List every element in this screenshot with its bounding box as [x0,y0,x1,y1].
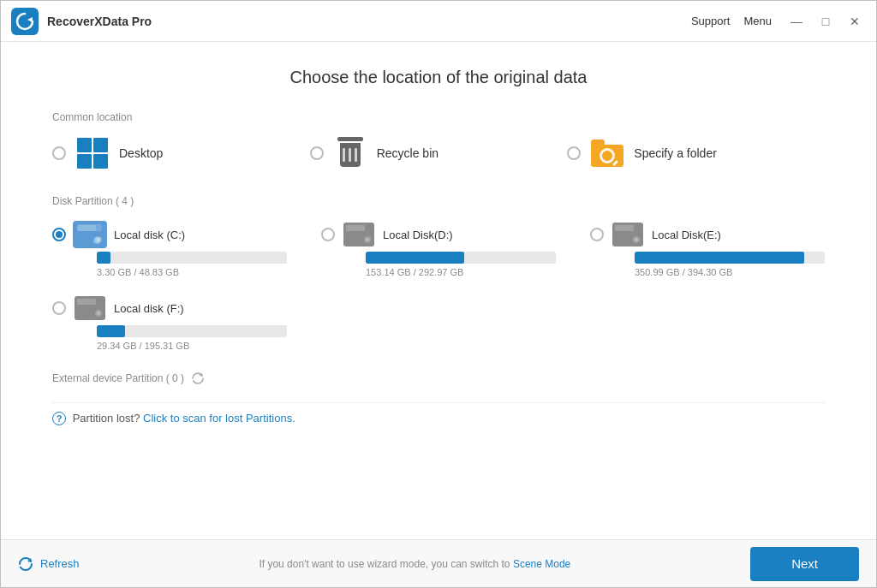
next-button[interactable]: Next [750,547,859,581]
folder-label: Specify a folder [634,146,717,160]
radio-disk-f[interactable] [52,301,66,315]
titlebar: RecoverXData Pro Support Menu — □ ✕ [1,1,876,42]
hdd-icon-f [73,294,107,322]
disk-e-name: Local Disk(E:) [652,229,721,241]
minimize-button[interactable]: — [785,10,808,33]
radio-desktop[interactable] [52,146,66,160]
recycle-icon-wrapper [332,135,368,171]
partition-lost-link[interactable]: Click to scan for lost Partitions. [143,412,295,425]
location-recycle[interactable]: Recycle bin [310,135,568,171]
disk-d-progress-bar [366,252,464,264]
radio-disk-d[interactable] [321,228,335,241]
desktop-label: Desktop [119,146,163,160]
svg-rect-2 [77,225,96,231]
footer-hint-text: If you don't want to use wizard mode, yo… [259,558,510,570]
external-label: External device Partition ( 0 ) [52,372,184,384]
disk-e[interactable]: Local Disk(E:) 350.99 GB / 394.30 GB [590,221,825,277]
disk-c-header: Local disk (C:) [52,221,287,248]
app-logo [11,8,39,35]
disk-d-name: Local Disk(D:) [383,229,453,241]
disk-c-size: 3.30 GB / 48.83 GB [97,267,287,277]
svg-rect-10 [615,225,634,231]
partition-lost-text: Partition lost? [73,412,140,425]
disk-c-progress-bar [97,252,110,264]
radio-folder[interactable] [567,146,581,160]
disk-c-progress-container [97,252,287,264]
disk-d-progress-container [366,252,556,264]
common-location-label: Common location [52,111,825,123]
svg-point-4 [97,238,100,241]
disk-e-size: 350.99 GB / 394.30 GB [635,267,825,277]
scene-mode-link[interactable]: Scene Mode [513,558,570,570]
refresh-button[interactable]: Refresh [18,556,80,572]
disk-e-header: Local Disk(E:) [590,221,825,248]
disk-f-progress-container [97,325,287,337]
menu-link[interactable]: Menu [743,15,772,27]
hdd-icon-c [73,221,107,248]
disk-f[interactable]: Local disk (F:) 29.34 GB / 195.31 GB [52,294,287,351]
desktop-icon-wrapper [75,135,110,171]
disk-d[interactable]: Local Disk(D:) 153.14 GB / 292.97 GB [321,221,556,277]
footer-center-text: If you don't want to use wizard mode, yo… [80,558,751,570]
titlebar-left: RecoverXData Pro [11,8,152,35]
svg-point-16 [97,312,100,315]
svg-point-8 [366,238,369,241]
disk-f-progress-bar [97,325,125,337]
common-locations-grid: Desktop [52,135,825,171]
app-title: RecoverXData Pro [47,15,152,28]
external-section: External device Partition ( 0 ) [52,371,825,385]
svg-marker-0 [27,17,33,22]
disk-f-size: 29.34 GB / 195.31 GB [97,341,287,351]
hdd-svg-e [611,221,645,248]
recycle-label: Recycle bin [377,146,438,160]
partition-lost-section: ? Partition lost? Click to scan for lost… [52,402,825,425]
hdd-svg-f [73,294,107,322]
windows-icon [77,138,108,169]
disk-f-name: Local disk (F:) [114,302,184,315]
page-title: Choose the location of the original data [52,68,825,87]
disk-partition-label: Disk Partition ( 4 ) [52,195,825,207]
folder-icon-wrapper [589,135,625,171]
disk-e-progress-bar [635,252,804,264]
close-button[interactable]: ✕ [844,10,866,33]
question-icon: ? [52,412,66,425]
radio-disk-e[interactable] [590,228,604,241]
titlebar-nav: Support Menu [691,15,772,27]
refresh-icon [18,556,33,572]
hdd-icon-e [611,221,645,248]
external-refresh-icon[interactable] [191,371,205,385]
svg-point-12 [635,238,638,241]
radio-recycle[interactable] [310,146,324,160]
location-folder[interactable]: Specify a folder [567,135,825,171]
location-desktop[interactable]: Desktop [52,135,310,171]
disk-f-header: Local disk (F:) [52,294,287,322]
refresh-label: Refresh [40,557,80,570]
svg-rect-1 [75,223,105,246]
titlebar-right: Support Menu — □ ✕ [691,10,866,33]
svg-rect-6 [346,225,365,231]
app-window: RecoverXData Pro Support Menu — □ ✕ Choo… [0,0,877,588]
logo-icon [15,12,34,31]
hdd-icon-d [342,221,376,248]
hdd-svg-c [73,221,107,248]
radio-disk-c[interactable] [52,228,66,241]
folder-icon [591,140,623,167]
svg-point-3 [95,236,102,243]
disks-grid: Local disk (C:) 3.30 GB / 48.83 GB [52,221,825,351]
disk-e-progress-container [635,252,825,264]
svg-rect-14 [77,299,96,305]
support-link[interactable]: Support [691,15,731,27]
disk-c[interactable]: Local disk (C:) 3.30 GB / 48.83 GB [52,221,287,277]
disk-d-size: 153.14 GB / 292.97 GB [366,267,556,277]
content-area: Choose the location of the original data… [1,42,876,539]
hdd-svg-d [342,221,376,248]
disk-d-header: Local Disk(D:) [321,221,556,248]
maximize-button[interactable]: □ [814,10,837,33]
disk-c-name: Local disk (C:) [114,229,185,241]
footer: Refresh If you don't want to use wizard … [1,539,876,587]
recycle-bin-icon [336,137,365,169]
window-controls: — □ ✕ [785,10,866,33]
